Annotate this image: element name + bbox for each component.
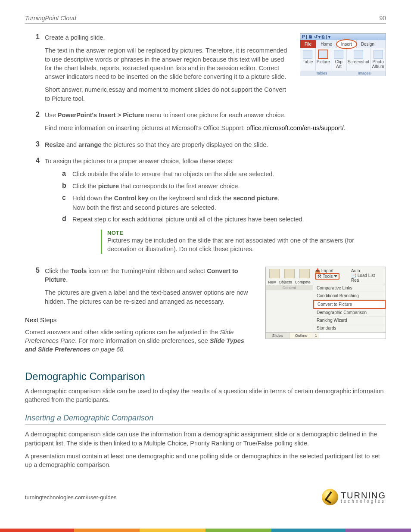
body-text: A presentation must contain at least one… — [25, 452, 386, 470]
step-text: Click the Tools icon on the TurningPoint… — [45, 267, 258, 284]
page-header: TurningPoint Cloud 90 — [25, 15, 386, 24]
step-number: 1 — [28, 33, 45, 107]
note-body: Pictures may be included on the slide th… — [107, 236, 368, 254]
ribbon-btn-screenshot: Screenshot — [347, 48, 371, 71]
ribbon-btn-photo-album: Photo Album — [371, 48, 386, 71]
tp-btn-objects: Objects — [279, 280, 292, 284]
ribbon-btn-table: Table — [300, 48, 316, 71]
page-footer: turningtechnologies.com/user-guides TURN… — [25, 489, 386, 505]
tp-btn-loadlist: 📑 Load List Rea — [351, 273, 384, 283]
body-text: A demographic comparison slide can be us… — [25, 387, 386, 404]
step-text: Create a polling slide. — [45, 33, 292, 42]
ribbon-tab-design: Design — [357, 40, 379, 48]
tp-group-content: Content — [266, 285, 313, 290]
menu-demographic-comparison: Demographic Comparison — [313, 309, 386, 317]
menu-comparative-links: Comparative Links — [313, 284, 386, 292]
ribbon-btn-clipart: Clip Art — [331, 48, 347, 71]
doc-title: TurningPoint Cloud — [25, 15, 76, 22]
step-number: 5 — [28, 267, 45, 310]
tp-btn-import: 📥 Import — [315, 268, 348, 273]
ribbon-tab-insert: Insert — [337, 40, 357, 48]
tp-btn-auto: Auto — [351, 268, 384, 273]
substep-text: Click outside the slide to ensure that n… — [72, 170, 386, 179]
body-text: A demographic comparison slide can use t… — [25, 430, 386, 448]
slide-thumb-number: 1 — [313, 333, 319, 339]
step-number: 2 — [28, 111, 45, 137]
heading-demographic-comparison: Demographic Comparison — [25, 370, 386, 383]
substep-letter: b — [62, 182, 72, 191]
step-number: 4 — [28, 157, 45, 261]
tp-btn-tools: 🛠 Tools — [315, 273, 339, 280]
ribbon-tab-home: Home — [316, 40, 337, 48]
substep-letter: a — [62, 170, 72, 179]
note-title: NOTE — [107, 230, 368, 236]
figure-tp-tools-menu: New Objects Compete Content 📥 Import 🛠 T… — [265, 267, 386, 339]
brand-name: TURNING — [341, 492, 386, 499]
ribbon-group-images: Images — [343, 71, 386, 76]
panel-tab-outline: Outline — [290, 333, 313, 339]
step-text: Use PowerPoint's Insert > Picture menu t… — [45, 111, 386, 119]
step-text: Resize and arrange the pictures so that … — [45, 140, 386, 149]
next-steps-text: Correct answers and other slide setting … — [25, 328, 249, 354]
step-text: Short answer, numeric,essay and moment t… — [45, 85, 292, 103]
brand-tagline: technologies — [341, 499, 386, 503]
menu-conditional-branching: Conditional Branching — [313, 292, 386, 300]
step-text: Find more information on inserting pictu… — [45, 124, 386, 132]
support-link[interactable]: office.microsoft.com/en-us/support/ — [246, 124, 343, 131]
note-block: NOTE Pictures may be included on the sli… — [101, 230, 368, 254]
step-text: The pictures are given a label and the t… — [45, 288, 258, 306]
brand-logo: TURNING technologies — [322, 489, 386, 505]
menu-convert-to-picture: Convert to Picture — [313, 300, 386, 309]
substep-letter: d — [62, 215, 72, 224]
substep-text: Repeat step c for each additional pictur… — [72, 215, 386, 224]
ribbon-tab-file: File — [300, 40, 316, 48]
step-number: 3 — [28, 140, 45, 153]
menu-standards: Standards — [313, 324, 386, 332]
panel-tab-slides: Slides — [266, 333, 290, 339]
substep-text: Click the picture that corresponds to th… — [72, 182, 386, 191]
page-number: 90 — [379, 15, 386, 22]
tp-btn-new: New — [268, 280, 276, 284]
footer-url: turningtechnologies.com/user-guides — [25, 494, 116, 501]
ribbon-btn-picture: Picture — [316, 48, 331, 71]
step-text: The text in the answer region will be re… — [45, 46, 292, 81]
ribbon-group-tables: Tables — [300, 71, 343, 76]
menu-ranking-wizard: Ranking Wizard — [313, 317, 386, 324]
figure-ppt-insert-ribbon: P | 🗎 ↺ ▾ ⎘ | ▾ File Home Insert Design … — [300, 33, 386, 76]
substep-letter: c — [62, 194, 72, 213]
step-text: To assign the pictures to a proper answe… — [45, 157, 386, 165]
heading-inserting-demographic: Inserting a Demographic Comparison — [25, 414, 386, 425]
substep-text: Hold down the Control key on the keyboar… — [72, 194, 386, 213]
tp-btn-compete: Compete — [295, 280, 311, 284]
logo-badge-icon — [322, 489, 338, 505]
